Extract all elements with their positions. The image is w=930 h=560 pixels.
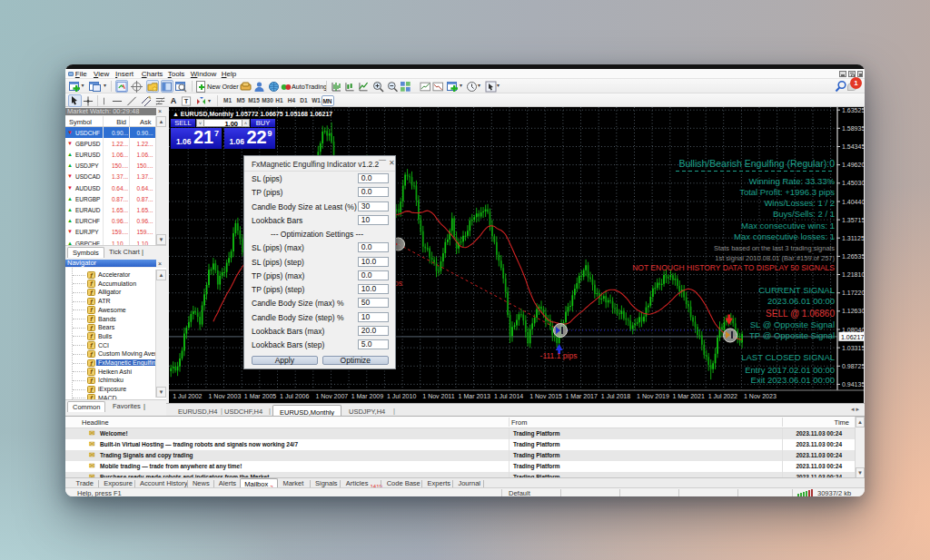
svg-text:Entry 2017.02.01 00:00: Entry 2017.02.01 00:00 (745, 365, 835, 375)
svg-text:Winning Rate: 33.33%: Winning Rate: 33.33% (748, 176, 835, 186)
svg-text:1 Jul 2022: 1 Jul 2022 (708, 393, 737, 399)
svg-text:1 Mar 2017: 1 Mar 2017 (566, 393, 599, 399)
svg-text:Max consecutive wins: 1: Max consecutive wins: 1 (741, 221, 835, 231)
svg-text:1 Mar 2013: 1 Mar 2013 (459, 393, 491, 399)
svg-text:1.08040: 1.08040 (842, 327, 864, 333)
svg-text:1 Nov 2015: 1 Nov 2015 (529, 393, 562, 399)
svg-text:1.63525: 1.63525 (842, 107, 864, 113)
svg-text:TP @ Opposite Signal: TP @ Opposite Signal (749, 330, 835, 340)
svg-text:1 Jul 2006: 1 Jul 2006 (280, 393, 309, 399)
svg-text:0.98725: 0.98725 (842, 363, 864, 369)
svg-text:1 Nov 2023: 1 Nov 2023 (744, 393, 777, 399)
svg-text:1.49620: 1.49620 (842, 162, 864, 168)
svg-text:CURRENT SIGNAL: CURRENT SIGNAL (758, 285, 835, 295)
svg-text:SELL @ 1.06860: SELL @ 1.06860 (766, 309, 835, 319)
svg-text:Exit 2023.06.01 00:00: Exit 2023.06.01 00:00 (751, 375, 835, 385)
svg-text:1.06217: 1.06217 (841, 334, 864, 340)
svg-text:1.35715: 1.35715 (842, 217, 864, 223)
svg-text:1.21810: 1.21810 (842, 271, 864, 278)
svg-text:1 Mar 2021: 1 Mar 2021 (672, 393, 705, 399)
svg-text:1 Jul 2014: 1 Jul 2014 (494, 393, 523, 399)
svg-text:1.26535: 1.26535 (842, 253, 864, 260)
svg-text:Bullish/Bearish Engulfing (Reg: Bullish/Bearish Engulfing (Regular):0 (678, 158, 835, 169)
svg-text:1.54345: 1.54345 (842, 143, 864, 150)
svg-text:1 Jul 2018: 1 Jul 2018 (601, 393, 630, 399)
svg-text:Max consecutive losses: 1: Max consecutive losses: 1 (734, 231, 835, 241)
svg-text:0.94135: 0.94135 (842, 381, 864, 388)
svg-text:1st signal 2010.08.01 (Bar #15: 1st signal 2010.08.01 (Bar #159 of 257) (715, 254, 835, 262)
svg-text:1 Mar 2005: 1 Mar 2005 (244, 393, 277, 399)
svg-text:1.58935: 1.58935 (842, 125, 864, 132)
svg-text:1 Nov 2011: 1 Nov 2011 (422, 393, 454, 399)
svg-text:1 Nov 2019: 1 Nov 2019 (637, 393, 669, 399)
svg-text:2023.06.01 00:00: 2023.06.01 00:00 (767, 296, 835, 306)
svg-text:1 Jul 2010: 1 Jul 2010 (387, 393, 416, 399)
svg-text:LAST CLOSED SIGNAL: LAST CLOSED SIGNAL (741, 352, 835, 362)
svg-text:1 Jul 2002: 1 Jul 2002 (173, 393, 202, 399)
svg-text:1.40440: 1.40440 (842, 199, 864, 205)
svg-text:Stats based on the last 3 trad: Stats based on the last 3 trading signal… (714, 244, 835, 252)
svg-text:Buys/Sells: 2 / 1: Buys/Sells: 2 / 1 (773, 209, 835, 219)
svg-text:1.31125: 1.31125 (842, 235, 864, 241)
svg-text:1.03315: 1.03315 (842, 345, 864, 351)
svg-text:SL @ Opposite Signal: SL @ Opposite Signal (750, 319, 835, 329)
svg-text:▲ EURUSD,Monthly 1.05772 1.06: ▲ EURUSD,Monthly 1.05772 1.06675 1.05168… (173, 111, 332, 118)
svg-text:Wins/Losses: 1 / 2: Wins/Losses: 1 / 2 (764, 198, 835, 208)
svg-text:1.12630: 1.12630 (842, 308, 864, 314)
svg-text:NOT ENOUGH HISTORY DATA TO DIS: NOT ENOUGH HISTORY DATA TO DISPLAY 50 SI… (632, 263, 835, 272)
svg-text:1 Mar 2009: 1 Mar 2009 (351, 393, 384, 399)
svg-text:1 Nov 2003: 1 Nov 2003 (209, 393, 242, 399)
svg-text:1.45030: 1.45030 (842, 180, 864, 186)
svg-text:1.17220: 1.17220 (842, 290, 864, 296)
svg-text:-111.1 pips: -111.1 pips (540, 351, 578, 360)
svg-text:1 Nov 2007: 1 Nov 2007 (315, 393, 348, 399)
svg-text:Total Profit: +1996.3 pips: Total Profit: +1996.3 pips (739, 187, 835, 197)
svg-text:T: T (184, 97, 189, 105)
